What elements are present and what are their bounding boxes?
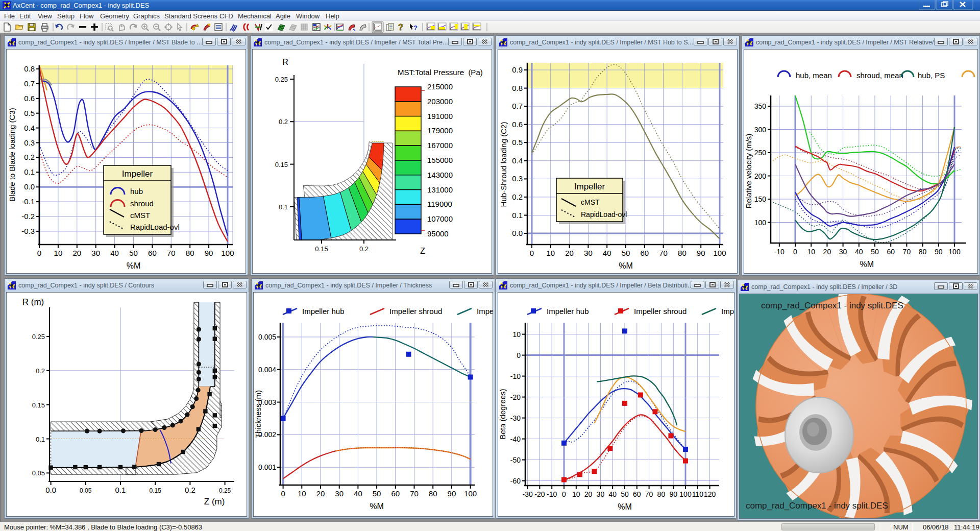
svg-text:0.15: 0.15 [275,161,288,168]
svg-text:Z: Z [420,247,425,255]
svg-text:-40: -40 [510,435,521,443]
svg-text:0.2: 0.2 [24,153,35,161]
svg-text:-60: -60 [510,477,521,485]
svg-text:shroud, mean: shroud, mean [856,71,903,80]
svg-text:100: 100 [948,248,961,256]
svg-text:comp_rad_Compex1 - indy split.: comp_rad_Compex1 - indy split.DES [761,301,903,310]
svg-text:cMST: cMST [130,211,150,220]
svg-text:10: 10 [572,490,580,498]
svg-text:%M: %M [618,502,632,511]
svg-text:comp_rad_Compex1 - indy split.: comp_rad_Compex1 - indy split.DES [746,501,888,511]
svg-text:0.2: 0.2 [512,192,523,201]
svg-text:60: 60 [633,490,641,498]
svg-text:10: 10 [298,489,306,498]
svg-text:cMST: cMST [581,198,600,206]
svg-text:155000: 155000 [427,156,453,164]
svg-text:90: 90 [448,489,456,498]
svg-text:40: 40 [354,489,362,498]
svg-text:RapidLoad-ovl: RapidLoad-ovl [130,223,180,231]
svg-text:0.8: 0.8 [512,84,523,92]
svg-text:50: 50 [622,249,630,257]
svg-text:-0.1: -0.1 [21,197,35,206]
svg-text:30: 30 [91,249,100,257]
svg-text:90: 90 [669,490,677,498]
svg-text:200: 200 [754,172,767,180]
svg-text:?: ? [398,23,403,32]
svg-text:60: 60 [640,249,649,257]
svg-text:0.001: 0.001 [258,463,276,471]
svg-text:40: 40 [603,249,611,257]
svg-text:40: 40 [110,249,119,257]
svg-text:20: 20 [823,248,831,256]
svg-text:95000: 95000 [427,229,449,238]
svg-text:%M: %M [619,261,633,270]
svg-text:Imp: Imp [721,307,734,316]
svg-text:70: 70 [645,490,653,498]
svg-text:Impeller shroud: Impeller shroud [634,307,687,316]
svg-text:Impeller hub: Impeller hub [302,307,345,316]
svg-text:-50: -50 [510,456,521,464]
svg-text:0.005: 0.005 [258,333,276,341]
svg-text:20: 20 [565,249,574,257]
svg-text:0: 0 [530,249,534,257]
svg-text:0.3: 0.3 [512,174,523,183]
svg-text:30: 30 [839,248,847,256]
svg-text:100: 100 [679,490,692,498]
svg-text:0.2: 0.2 [279,118,288,126]
svg-text:0.15: 0.15 [150,487,162,494]
svg-text:179000: 179000 [427,126,453,135]
svg-text:70: 70 [659,249,668,257]
svg-text:80: 80 [919,248,927,256]
svg-text:203000: 203000 [427,97,453,106]
svg-text:Z (m): Z (m) [204,497,225,506]
svg-text:80: 80 [429,489,437,498]
svg-text:0.7: 0.7 [24,79,35,88]
svg-text:143000: 143000 [427,171,453,179]
svg-text:Impeller hub: Impeller hub [547,307,589,316]
svg-text:R: R [282,58,288,66]
svg-text:119000: 119000 [427,200,452,208]
svg-text:80: 80 [678,249,687,257]
svg-text:RapidLoad-ovl: RapidLoad-ovl [581,210,627,219]
svg-text:80: 80 [186,249,194,257]
svg-text:90: 90 [935,248,943,256]
svg-text:0.15: 0.15 [32,401,45,409]
svg-text:0.5: 0.5 [512,138,523,147]
svg-text:70: 70 [903,248,911,256]
svg-text:0.2: 0.2 [185,486,195,494]
svg-text:100: 100 [221,249,234,257]
svg-text:-20: -20 [534,490,545,498]
svg-text:0.6: 0.6 [512,120,523,129]
svg-text:0: 0 [793,248,797,256]
svg-text:-30: -30 [510,414,521,422]
svg-text:70: 70 [167,249,176,257]
svg-text:Impeller: Impeller [122,169,153,179]
svg-text:shroud: shroud [130,199,154,208]
svg-text:10: 10 [54,249,63,257]
svg-text:100: 100 [464,489,477,498]
svg-text:0: 0 [281,489,285,498]
svg-text:10: 10 [512,330,521,339]
svg-text:150: 150 [754,195,767,203]
svg-text:0.1: 0.1 [36,436,45,443]
svg-text:Beta (degrees): Beta (degrees) [498,389,507,439]
svg-text:30: 30 [597,490,605,498]
svg-text:215000: 215000 [427,82,453,91]
svg-text:hub, PS: hub, PS [918,71,945,80]
svg-text:-0.3: -0.3 [21,227,35,235]
svg-text:0.1: 0.1 [24,167,35,176]
svg-text:%M: %M [127,261,141,270]
svg-text:100: 100 [754,219,767,227]
svg-text:Thickness (m): Thickness (m) [254,390,262,438]
svg-text:107000: 107000 [427,214,453,223]
svg-text:30: 30 [584,249,593,257]
svg-text:Blade to Blade loading (C3): Blade to Blade loading (C3) [8,108,16,201]
svg-text:%M: %M [860,260,874,269]
svg-text:60: 60 [887,248,895,256]
svg-text:0.25: 0.25 [219,487,231,494]
svg-text:0.2: 0.2 [36,367,45,375]
svg-text:0.05: 0.05 [32,469,45,477]
svg-text:350: 350 [754,102,767,110]
svg-text:90: 90 [697,249,705,257]
svg-text:0.0: 0.0 [512,229,523,237]
